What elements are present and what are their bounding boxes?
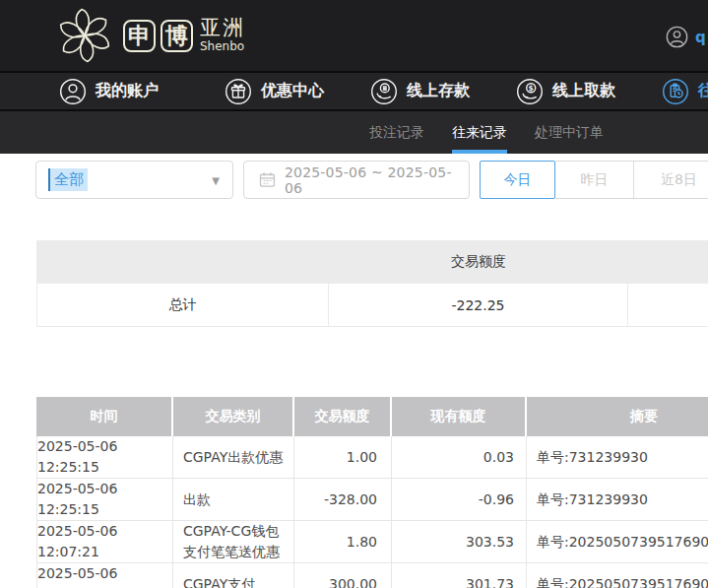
type-filter-select[interactable]: 全部 ▼ <box>35 161 233 199</box>
tab-bet-records[interactable]: 投注记录 <box>369 111 424 154</box>
nav-label: 线上存款 <box>407 81 470 101</box>
calendar-icon <box>259 171 276 188</box>
logo-brand-label: Shenbo <box>200 39 245 53</box>
table-row: 2025-05-06 12:07:21 CGPAY-CG钱包支付笔笔送优惠 1.… <box>36 521 708 563</box>
deposit-hand-coins-icon <box>370 78 398 105</box>
user-circle-icon <box>59 78 87 105</box>
nav-label: 优惠中心 <box>261 81 324 101</box>
today-button[interactable]: 今日 <box>480 161 555 199</box>
summary-table: 交易额度 总计 -222.25 <box>36 240 708 327</box>
nav-label: 往来记录 <box>698 81 708 101</box>
nav-item-online-deposit[interactable]: 线上存款 <box>370 78 470 105</box>
col-header-balance: 现有额度 <box>392 397 527 436</box>
sub-tabbar: 投注记录 往来记录 处理中订单 <box>0 111 708 154</box>
logo-char-bo: 博 <box>161 20 193 52</box>
date-range-value: 2025-05-06 ~ 2025-05-06 <box>285 164 469 196</box>
cell-amount: 1.00 <box>294 436 392 479</box>
nav-item-promotions[interactable]: 优惠中心 <box>225 78 324 105</box>
nav-label: 我的账户 <box>96 81 159 101</box>
table-row: 2025-05-06 12:25:15 CGPAY出款优惠 1.00 0.03 … <box>36 436 708 479</box>
cell-type: CGPAY出款优惠 <box>173 436 294 479</box>
cell-time: 2025-05-06 12:07:21 <box>36 521 173 563</box>
quick-date-buttons: 今日 昨日 近8日 <box>480 161 708 199</box>
nav-item-transaction-records[interactable]: 往来记录 <box>662 78 708 105</box>
cell-balance: 301.73 <box>392 563 527 588</box>
chevron-down-icon: ▼ <box>212 175 220 186</box>
brand-logo[interactable]: 申 博 亚洲 Shenbo <box>51 2 245 69</box>
nav-item-online-withdraw[interactable]: $ 线上取款 <box>516 78 615 105</box>
page: 申 博 亚洲 Shenbo q 我的账户 <box>0 0 708 588</box>
cell-amount: -328.00 <box>294 479 392 521</box>
username-text: q <box>695 29 706 46</box>
gift-icon <box>225 78 252 105</box>
cell-type: CGPAY-CG钱包支付笔笔送优惠 <box>173 521 294 563</box>
cell-amount: 1.80 <box>294 521 392 563</box>
cell-summary: 单号:202505073951769020 <box>527 521 708 563</box>
cell-time: 2025-05-06 12:25:15 <box>36 436 173 479</box>
cell-type: CGPAY支付 <box>173 563 294 588</box>
summary-header-amount: 交易额度 <box>329 253 628 271</box>
col-header-type: 交易类别 <box>173 397 294 436</box>
cell-balance: 0.03 <box>392 436 527 479</box>
logo-region-label: 亚洲 <box>200 17 245 39</box>
cell-balance: -0.96 <box>392 479 527 521</box>
main-navbar: 我的账户 优惠中心 线上存款 <box>0 71 708 111</box>
tab-pending-orders[interactable]: 处理中订单 <box>535 111 604 154</box>
summary-total-value: -222.25 <box>329 284 628 327</box>
logo-char-shen: 申 <box>123 20 156 52</box>
cell-time: 2025-05-06 12:25:15 <box>36 479 173 521</box>
cell-summary: 单号:731239930 <box>527 479 708 521</box>
svg-text:$: $ <box>529 83 534 92</box>
transaction-records-icon <box>662 78 689 105</box>
yesterday-button[interactable]: 昨日 <box>555 161 633 199</box>
cell-summary: 单号:202505073951769020 <box>527 563 708 588</box>
last-8-days-button[interactable]: 近8日 <box>633 161 708 199</box>
date-range-picker[interactable]: 2025-05-06 ~ 2025-05-06 <box>243 161 470 199</box>
summary-empty-cell <box>628 284 708 327</box>
col-header-time: 时间 <box>36 397 173 436</box>
col-header-summary: 摘要 <box>527 397 708 436</box>
flower-logo-icon <box>51 2 118 69</box>
withdraw-hand-dollar-icon: $ <box>516 78 544 105</box>
cell-type: 出款 <box>173 479 294 521</box>
nav-label: 线上取款 <box>552 81 615 101</box>
records-table: 时间 交易类别 交易额度 现有额度 摘要 2025-05-06 12:25:15… <box>36 397 708 588</box>
summary-total-label: 总计 <box>36 284 329 327</box>
cell-summary: 单号:731239930 <box>527 436 708 479</box>
logo-text-group: 亚洲 Shenbo <box>200 17 245 53</box>
top-header: 申 博 亚洲 Shenbo q <box>0 0 708 71</box>
records-header-row: 时间 交易类别 交易额度 现有额度 摘要 <box>36 397 708 436</box>
col-header-amount: 交易额度 <box>294 397 392 436</box>
user-account-button[interactable]: q <box>666 26 706 48</box>
summary-header-row: 交易额度 <box>36 240 708 284</box>
cell-time: 2025-05-06 12:07:21 <box>36 563 173 588</box>
user-avatar-icon <box>666 26 688 48</box>
tab-transaction-records[interactable]: 往来记录 <box>452 111 507 154</box>
type-filter-value: 全部 <box>48 168 88 191</box>
table-row: 2025-05-06 12:25:15 出款 -328.00 -0.96 单号:… <box>36 479 708 521</box>
cell-balance: 303.53 <box>392 521 527 563</box>
nav-item-my-account[interactable]: 我的账户 <box>59 78 159 105</box>
cell-amount: 300.00 <box>294 563 392 588</box>
table-row: 2025-05-06 12:07:21 CGPAY支付 300.00 301.7… <box>36 563 708 588</box>
summary-total-row: 总计 -222.25 <box>36 284 708 327</box>
